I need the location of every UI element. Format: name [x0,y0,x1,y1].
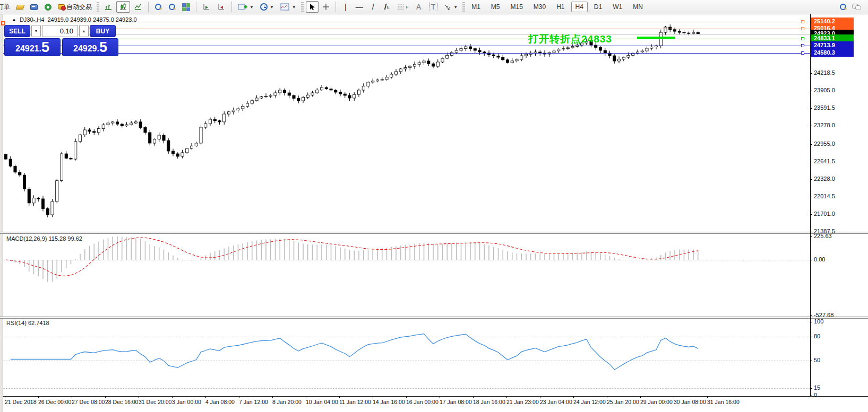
indicators-icon [280,3,290,11]
indicator-tick-mark [810,396,812,396]
time-axis-label: 28 Dec 16:00 [105,399,138,405]
new-chart-button[interactable]: ▼ [235,1,256,13]
metaeditor-button[interactable] [14,1,27,13]
text-label-tool[interactable]: T [426,1,441,13]
time-tick-mark [306,396,306,398]
timeframe-button-W1[interactable]: W1 [608,2,626,12]
green-trendline-segment[interactable] [637,37,675,39]
line-chart-icon [134,3,142,11]
price-tick-label: 21701.0 [814,211,835,217]
fibonacci-icon [397,4,405,10]
equidistant-channel-icon: // [384,3,385,11]
pane-divider[interactable] [0,317,868,319]
auto-scroll-icon [202,3,211,11]
macd-pane[interactable] [3,234,810,317]
new-order-button[interactable]: 订单 [0,1,13,13]
periods-button[interactable]: ▼ [257,1,277,13]
level-line-24923.0[interactable] [3,34,810,34]
line-anchor-icon[interactable] [801,44,804,47]
buy-button[interactable]: BUY [90,25,116,37]
tile-windows-button[interactable] [179,1,193,13]
sell-button[interactable]: SELL [4,25,30,37]
text-tool-icon: A [416,3,421,11]
timeframe-button-M5[interactable]: M5 [487,2,504,12]
time-axis-label: 4 Jan 08:00 [205,399,235,405]
indicators-button[interactable]: ▼ [278,1,299,13]
timeframe-button-M15[interactable]: M15 [506,2,527,12]
price-tick-mark [810,179,812,180]
trendline-icon: / [372,3,374,11]
rsi-pane[interactable] [3,319,810,395]
timeframe-button-H4[interactable]: H4 [571,2,588,12]
line-anchor-icon[interactable] [801,37,804,40]
chart-shift-button[interactable] [214,1,228,13]
volume-decrease-button[interactable]: ▼ [31,25,41,37]
price-tick-label: 22955.0 [814,141,835,147]
indicator-tick-label: 15 [814,384,820,391]
candlestick-chart-button[interactable] [116,1,130,13]
auto-scroll-button[interactable] [200,1,213,13]
timeframe-button-M1[interactable]: M1 [467,2,485,12]
indicator-tick-mark [810,322,812,322]
horizontal-line-icon: — [356,3,363,11]
channel-tool[interactable]: // E [381,1,393,13]
line-anchor-icon[interactable] [801,20,804,23]
indicator-tick-label: 225.63 [814,233,832,239]
search-icon[interactable] [839,3,847,11]
time-tick-mark [339,396,340,398]
text-tool[interactable]: A [412,1,425,13]
trendline-tool[interactable]: / [367,1,380,13]
panel-toggle-icon[interactable]: ▲ [12,17,16,22]
zoom-in-button[interactable] [152,1,165,13]
chat-icon[interactable] [852,4,861,10]
arrows-tool[interactable]: ▼ [441,1,460,13]
crosshair-button[interactable] [320,1,332,13]
line-anchor-icon[interactable] [801,27,804,30]
bar-chart-button[interactable] [101,1,115,13]
indicator-tick-label: -527.68 [814,312,833,318]
time-axis-label: 21 Dec 2018 [5,399,37,405]
mt4-window: 订单 自动交易 [0,0,868,412]
volume-input[interactable]: 0.10 [42,25,78,37]
chart-ohlc-values: 24919.0 24939.0 24875.0 24923.0 [47,16,136,23]
chevron-down-icon: ▼ [270,5,274,10]
autotrading-button[interactable]: 自动交易 [55,1,94,13]
time-axis-label: 29 Jan 00:00 [640,399,673,405]
terminal-button[interactable] [28,1,40,13]
sell-price-display[interactable]: 24921. 5 [4,38,61,56]
candlestick-icon [119,3,127,11]
fibonacci-tool-sub: F [406,5,409,10]
indicator-tick-mark [810,337,812,337]
time-tick-mark [373,396,373,398]
candlestick-chart[interactable] [3,14,810,232]
timeframe-button-H1[interactable]: H1 [552,2,569,12]
chevron-down-icon: ▼ [292,5,296,10]
time-tick-mark [607,396,607,398]
indicator-tick-label: 100 [814,318,823,325]
timeframe-button-MN[interactable]: MN [629,2,647,12]
time-tick-mark [440,396,440,398]
timeframe-button-D1[interactable]: D1 [590,2,606,12]
chart-annotation-text[interactable]: 打开转折点24833 [528,32,612,46]
line-anchor-icon[interactable] [801,51,804,55]
market-icon [58,4,65,10]
volume-increase-button[interactable]: ▲ [79,25,89,37]
level-line-24713.9[interactable] [3,46,810,46]
time-axis-label: 27 Dec 08:00 [72,399,105,405]
macd-label: MACD(12,26,9) 115.28 99.62 [6,235,82,242]
level-line-24580.3[interactable] [3,53,810,54]
timeframe-button-M30[interactable]: M30 [529,2,550,12]
line-chart-button[interactable] [131,1,145,13]
buy-price-display[interactable]: 24929. 5 [62,38,118,56]
signals-button[interactable] [41,1,54,13]
level-line-25016.4[interactable] [3,29,810,29]
zoom-out-button[interactable] [166,1,178,13]
vertical-line-tool[interactable]: | [339,1,352,13]
level-line-24833.1[interactable] [3,39,810,39]
crosshair-icon [322,3,330,11]
indicator-tick-mark [810,236,812,237]
fibonacci-tool[interactable]: F [394,1,411,13]
horizontal-line-tool[interactable]: — [353,1,366,13]
cursor-button[interactable] [306,1,319,13]
pane-divider[interactable] [0,232,868,234]
